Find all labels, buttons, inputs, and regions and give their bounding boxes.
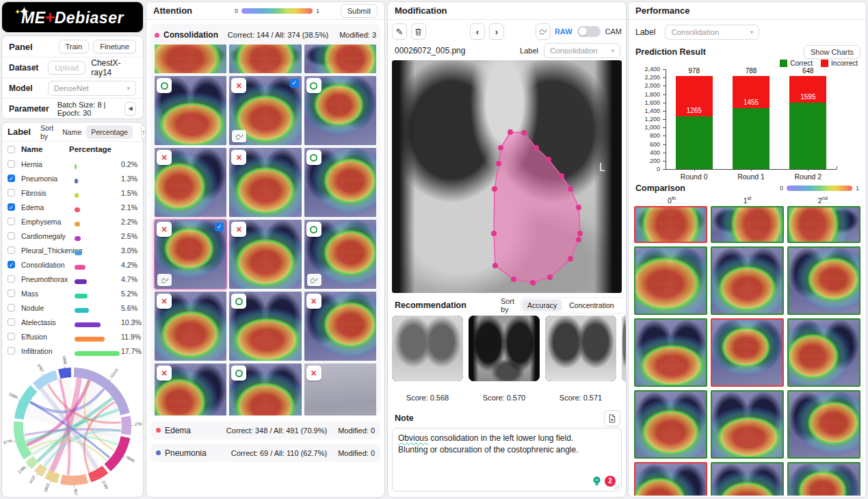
cam-thumbnail[interactable]: Consolidation [787,246,860,315]
sort-percentage-button[interactable]: Percentage [86,125,133,139]
cam-thumbnail[interactable]: Consolidation [304,44,376,73]
attention-group-pneumonia[interactable]: Pneumonia Correct: 69 / All: 110 (62.7%)… [150,444,380,462]
cam-thumbnail[interactable]: Consolidation [787,462,860,496]
label-checkbox[interactable] [8,232,15,240]
cam-thumbnail[interactable]: Consolidation [155,76,226,145]
label-checkbox[interactable]: ✓ [8,175,15,182]
main-xray-image[interactable]: L [392,60,622,293]
train-button[interactable]: Train [59,40,90,53]
label-checkbox[interactable] [8,318,15,326]
image-label-select[interactable]: Consolidation▾ [544,43,620,58]
sort-dependency-option[interactable]: Dependency [621,299,627,311]
label-checkbox[interactable] [8,160,15,168]
label-row[interactable]: ✓Pneumonia1.3% [2,171,143,185]
label-row[interactable]: Nodule5.6% [2,300,143,315]
label-row[interactable]: ✓Consolidation4.2% [2,257,143,272]
label-checkbox[interactable] [8,333,15,340]
finetune-button[interactable]: Finetune [93,40,136,53]
recommended-image-partial[interactable] [622,316,626,381]
cam-thumbnail[interactable]: Consolidation× [155,363,226,415]
chord-arc-label: 2781 [135,422,142,426]
cam-thumbnail[interactable]: Consolidation [229,292,301,361]
label-row[interactable]: Emphysema2.2% [2,214,143,229]
cam-thumbnail[interactable]: Consolidation× [229,148,301,217]
sort-concentration-option[interactable]: Concentration [564,299,619,311]
model-select[interactable]: DenseNet▾ [48,81,136,96]
cam-thumbnail[interactable]: Consolidation [155,44,226,73]
cam-thumbnail[interactable]: Consolidation [229,44,301,73]
cam-thumbnail[interactable]: Consolidation× [155,148,226,217]
cam-thumbnail[interactable]: Consolidation [634,318,707,387]
cam-thumbnail[interactable]: Consolidation [711,462,784,496]
cam-thumbnail[interactable]: Consolidation [787,206,860,243]
cam-thumbnail[interactable]: Consolidation×✓ [155,220,226,289]
draw-button[interactable]: ✎ [392,23,407,40]
label-checkbox[interactable] [8,304,15,311]
label-name: Fibrosis [21,189,75,197]
percentage-bar [75,322,101,327]
cam-thumbnail[interactable]: Consolidation [711,390,784,459]
cam-thumbnail[interactable]: Consolidation [304,220,376,289]
performance-label-select[interactable]: Consolidation▾ [665,25,759,40]
label-row[interactable]: Mass5.2% [2,286,143,300]
label-checkbox[interactable]: ✓ [8,261,15,268]
cam-thumbnail[interactable]: Consolidation×✓ [229,76,301,145]
correct-badge [231,366,246,381]
cam-thumbnail[interactable]: Consolidation [229,363,301,415]
cam-thumbnail[interactable]: Consolidation [304,76,376,145]
recommended-image[interactable] [392,316,463,381]
cam-thumbnail[interactable]: Consolidation [711,246,784,315]
submit-button[interactable]: Submit [341,4,378,18]
cam-thumbnail[interactable]: Consolidation [787,318,860,387]
group-name[interactable]: Consolidation [163,30,218,40]
resize-handle[interactable] [614,484,620,489]
prev-image-button[interactable]: ‹ [470,23,485,40]
label-row[interactable]: ✓Edema2.1% [2,200,143,214]
cam-thumbnail[interactable]: Consolidation× [155,292,226,361]
cam-thumbnail[interactable]: Consolidation [711,318,784,387]
recommended-image[interactable] [469,316,540,381]
selected-checkbox[interactable]: ✓ [290,79,299,88]
suggestion-bulb-icon[interactable] [591,475,603,487]
attention-group-edema[interactable]: Edema Correct: 348 / All: 491 (70.9%) Mo… [150,421,380,439]
label-checkbox[interactable] [8,189,15,196]
recommended-image[interactable] [545,316,616,381]
cam-thumbnail[interactable]: Consolidation× [304,292,376,361]
label-row[interactable]: Hernia0.2% [2,157,143,171]
sort-accuracy-option[interactable]: Accuracy [522,299,562,311]
upload-button[interactable]: Upload [48,61,86,75]
annotation-polygon[interactable] [392,60,622,293]
label-row[interactable]: Fibrosis1.5% [2,185,143,200]
label-checkbox[interactable] [8,246,15,254]
cam-thumbnail[interactable]: Consolidation [634,206,707,243]
select-all-checkbox[interactable] [8,146,15,153]
delete-button[interactable] [411,23,426,40]
selected-checkbox[interactable]: ✓ [215,222,224,231]
label-checkbox[interactable]: ✓ [8,203,15,211]
label-checkbox[interactable] [8,290,15,297]
label-row[interactable]: Pleural_Thickening3.0% [2,243,143,257]
label-checkbox[interactable] [8,275,15,283]
sort-name-button[interactable]: Name [57,125,86,139]
label-checkbox[interactable] [8,218,15,225]
next-image-button[interactable]: › [489,23,504,40]
cam-thumbnail[interactable]: Consolidation× [229,220,301,289]
cam-thumbnail[interactable]: Consolidation [634,390,707,459]
cam-thumbnail[interactable]: Consolidation [304,148,376,217]
cam-thumbnail[interactable]: Consolidation [711,206,784,243]
curve-tool-button[interactable] [536,23,551,40]
label-row[interactable]: Atelectasis10.3% [2,315,143,329]
label-checkbox[interactable] [8,347,15,355]
new-note-button[interactable] [604,410,620,426]
label-row[interactable]: Cardiomegaly2.5% [2,229,143,243]
raw-cam-toggle[interactable] [577,26,601,37]
collapse-button[interactable]: ◀ [124,102,136,116]
label-row[interactable]: Effusion11.9% [2,329,143,344]
label-row[interactable]: Pneumothorax4.7% [2,272,143,286]
cam-thumbnail[interactable]: × [304,363,376,415]
cam-thumbnail[interactable]: Consolidation [634,462,707,496]
cam-thumbnail[interactable]: Consolidation [634,246,707,315]
note-textarea[interactable]: Obvious consolidation in the left lower … [392,428,622,491]
cam-thumbnail[interactable]: Consolidation [787,390,860,459]
show-charts-button[interactable]: Show Charts [804,45,860,59]
